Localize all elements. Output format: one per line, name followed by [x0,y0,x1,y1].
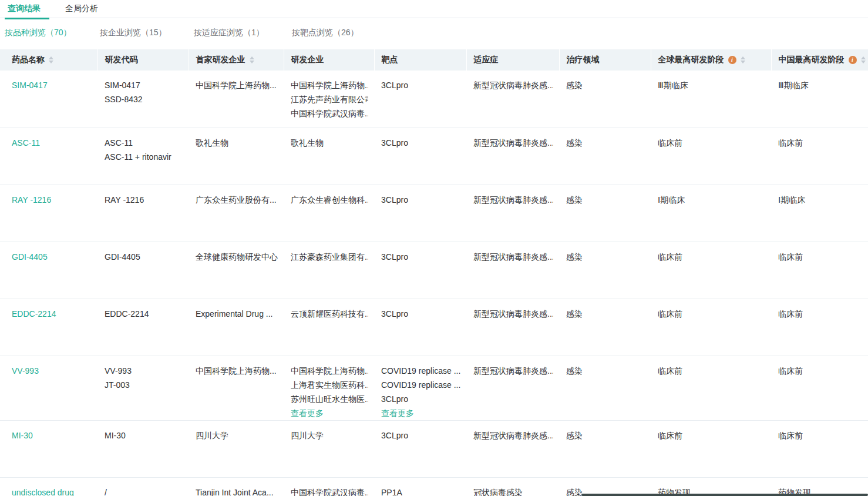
column-label: 全球最高研发阶段 [658,55,724,65]
drug-name-link[interactable]: GDI-4405 [12,252,48,262]
drug-name-link[interactable]: SIM-0417 [12,81,48,90]
rd-company-value: 中国科学院上海药物... [291,364,368,378]
therapy-area-cell: 感染 [559,71,651,128]
china-stage-value: 临床前 [778,364,862,378]
drug-name-cell: undisclosed drug [0,477,97,496]
drug-name-link[interactable]: VV-993 [12,366,39,376]
therapy-area-cell: 感染 [559,299,651,356]
rd-code-cell: ASC-11ASC-11 + ritonavir [97,128,189,185]
drug-query-results-page: 查询结果 全局分析 按品种浏览（70） 按企业浏览（15） 按适应症浏览（1） … [0,0,868,496]
sort-icon[interactable] [861,56,866,63]
rd-company-cell: 云顶新耀医药科技有... [284,299,374,356]
view-more-companies-link[interactable]: 查看更多 [291,406,368,420]
column-label: 治疗领域 [567,55,600,65]
rd-company-value: 四川大学 [291,428,368,443]
global-stage-cell: 临床前 [651,299,771,356]
drug-name-cell: GDI-4405 [0,242,97,299]
drug-name-link[interactable]: EDDC-2214 [12,309,56,319]
global-stage-value: 临床前 [658,250,765,264]
indication-cell: 新型冠状病毒肺炎感... [466,185,559,242]
table-row: RAY -1216RAY -1216广东众生药业股份有...广东众生睿创生物科.… [0,185,868,242]
column-label: 中国最高研发阶段 [779,55,845,65]
target-value: 3CLpro [381,307,460,321]
global-stage-value: 临床前 [658,428,765,443]
rd-code-value: EDDC-2214 [105,307,183,321]
subtab-by-target[interactable]: 按靶点浏览（26） [292,28,359,49]
subtab-by-company[interactable]: 按企业浏览（15） [100,28,194,49]
column-header-rd-code: 研发代码 [97,49,189,71]
first-company-cell: 四川大学 [189,420,284,477]
rd-company-cell: 中国科学院上海药物...江苏先声药业有限公司中国科学院武汉病毒... [284,71,374,128]
global-stage-value: Ⅰ期临床 [658,193,765,207]
horizontal-scrollbar-thumb[interactable] [581,494,868,496]
sort-icon[interactable] [741,56,745,63]
target-value: 3CLpro [381,193,460,207]
first-company-value: 中国科学院上海药物... [196,78,278,92]
target-cell: 3CLpro [374,420,466,477]
first-company-value: Tianjin Int Joint Aca... [196,485,278,496]
first-company-value: 广东众生药业股份有... [196,193,278,207]
therapy-area-cell: 感染 [559,420,651,477]
first-company-cell: 中国科学院上海药物... [189,356,284,420]
column-header-global-stage: 全球最高研发阶段 i [651,49,771,71]
first-company-cell: 歌礼生物 [189,128,284,185]
drug-name-link[interactable]: RAY -1216 [12,195,51,205]
first-company-value: 中国科学院上海药物... [196,364,278,378]
global-stage-value: 临床前 [658,136,765,150]
column-header-therapy-area: 治疗领域 [559,49,651,71]
first-company-value: 全球健康药物研发中心 [196,250,278,264]
tab-query-results[interactable]: 查询结果 [6,0,42,19]
drug-name-link[interactable]: ASC-11 [12,138,40,148]
target-value: PP1A [381,485,460,496]
drug-name-link[interactable]: undisclosed drug [12,488,74,496]
column-header-first-company: 首家研发企业 [189,49,284,71]
rd-company-value: 歌礼生物 [291,136,368,150]
rd-code-cell: SIM-0417SSD-8432 [97,71,189,128]
target-value: 3CLpro [381,428,460,443]
first-company-cell: 广东众生药业股份有... [189,185,284,242]
global-stage-value: Ⅲ期临床 [658,78,765,92]
column-label: 靶点 [382,55,398,65]
drug-name-cell: RAY -1216 [0,185,97,242]
subtab-by-variety[interactable]: 按品种浏览（70） [5,28,100,49]
view-more-targets-link[interactable]: 查看更多 [381,406,460,420]
rd-code-value: SIM-0417 [105,78,183,92]
global-stage-cell: 临床前 [651,420,771,477]
china-stage-cell: Ⅲ期临床 [771,71,868,128]
therapy-area-cell: 感染 [559,356,651,420]
sort-icon[interactable] [250,56,254,63]
therapy-area-value: 感染 [566,136,645,150]
global-stage-cell: Ⅲ期临床 [651,71,771,128]
china-stage-cell: 临床前 [771,356,868,420]
rd-code-cell: / [97,477,189,496]
therapy-area-cell: 感染 [559,185,651,242]
tab-global-analysis[interactable]: 全局分析 [63,0,100,19]
china-stage-cell: 临床前 [771,299,868,356]
column-label: 适应症 [474,55,499,65]
info-icon[interactable]: i [728,56,736,64]
rd-company-cell: 中国科学院上海药物...上海君实生物医药科...苏州旺山旺水生物医...查看更多 [284,356,374,420]
drug-name-cell: MI-30 [0,420,97,477]
table-row: GDI-4405GDI-4405全球健康药物研发中心江苏豪森药业集团有...3C… [0,242,868,299]
subtab-by-indication[interactable]: 按适应症浏览（1） [194,28,292,49]
rd-code-cell: GDI-4405 [97,242,189,299]
therapy-area-cell: 感染 [559,128,651,185]
column-header-drug-name: 药品名称 [0,49,97,71]
sort-icon[interactable] [49,56,53,63]
column-label: 药品名称 [12,55,45,65]
rd-code-value: ASC-11 [105,136,183,150]
china-stage-cell: Ⅰ期临床 [771,185,868,242]
first-company-cell: Experimental Drug ... [189,299,284,356]
target-cell: 3CLpro [374,299,466,356]
info-icon[interactable]: i [849,56,857,64]
first-company-value: 四川大学 [196,428,278,443]
rd-company-value: 苏州旺山旺水生物医... [291,392,368,406]
drug-name-link[interactable]: MI-30 [12,431,33,440]
target-value: 3CLpro [381,78,460,92]
target-value: COVID19 replicase ... [381,378,460,392]
drug-name-cell: ASC-11 [0,128,97,185]
global-stage-value: 临床前 [658,364,765,378]
china-stage-value: 临床前 [778,428,862,443]
table-row: MI-30MI-30四川大学四川大学3CLpro新型冠状病毒肺炎感...感染临床… [0,420,868,477]
rd-company-cell: 江苏豪森药业集团有... [284,242,374,299]
